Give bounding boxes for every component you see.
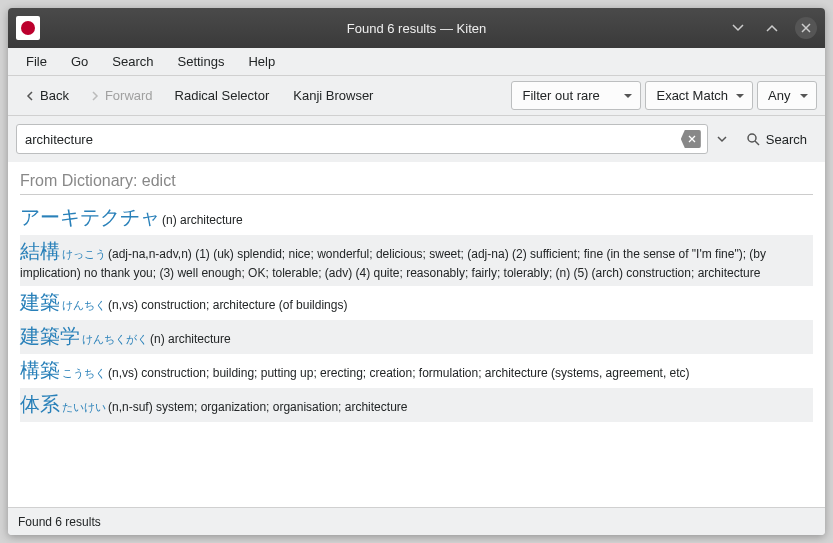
clear-search-button[interactable] (681, 130, 701, 148)
app-icon (16, 16, 40, 40)
statusbar: Found 6 results (8, 507, 825, 535)
menu-file[interactable]: File (14, 50, 59, 73)
entry-definition: (n,vs) construction; building; putting u… (108, 366, 690, 380)
entry-word[interactable]: 体系 (20, 393, 60, 415)
search-input[interactable] (25, 132, 681, 147)
search-icon (746, 132, 760, 146)
entry-definition: (n,n-suf) system; organization; organisa… (108, 400, 407, 414)
result-entry: 建築けんちく(n,vs) construction; architecture … (20, 286, 813, 320)
entry-reading[interactable]: こうちく (62, 367, 106, 379)
results-pane: From Dictionary: edict アーキテクチャ(n) archit… (8, 162, 825, 507)
entry-word[interactable]: 結構 (20, 240, 60, 262)
type-dropdown[interactable]: Any (757, 81, 817, 110)
entry-reading[interactable]: けっこう (62, 248, 106, 260)
searchbar: Search (8, 116, 825, 162)
clear-icon (688, 135, 696, 143)
entry-definition: (adj-na,n-adv,n) (1) (uk) splendid; nice… (20, 247, 766, 280)
chevron-right-icon (89, 90, 101, 102)
filter-dropdown[interactable]: Filter out rare (511, 81, 641, 110)
result-entry: アーキテクチャ(n) architecture (20, 201, 813, 235)
result-entry: 建築学けんちくがく(n) architecture (20, 320, 813, 354)
entry-reading[interactable]: けんちくがく (82, 333, 148, 345)
menu-go[interactable]: Go (59, 50, 100, 73)
menu-search[interactable]: Search (100, 50, 165, 73)
search-history-dropdown[interactable] (714, 134, 730, 144)
back-label: Back (40, 88, 69, 103)
forward-label: Forward (105, 88, 153, 103)
toolbar: Back Forward Radical Selector Kanji Brow… (8, 76, 825, 116)
result-entry: 結構けっこう(adj-na,n-adv,n) (1) (uk) splendid… (20, 235, 813, 286)
entry-definition: (n) architecture (150, 332, 231, 346)
chevron-left-icon (24, 90, 36, 102)
kanji-browser-button[interactable]: Kanji Browser (283, 84, 383, 107)
forward-button: Forward (81, 84, 161, 107)
entry-reading[interactable]: たいけい (62, 401, 106, 413)
radical-selector-button[interactable]: Radical Selector (165, 84, 280, 107)
back-button[interactable]: Back (16, 84, 77, 107)
entry-definition: (n) architecture (162, 213, 243, 227)
close-button[interactable] (795, 17, 817, 39)
entry-definition: (n,vs) construction; architecture (of bu… (108, 298, 347, 312)
search-button[interactable]: Search (736, 126, 817, 153)
result-entry: 体系たいけい(n,n-suf) system; organization; or… (20, 388, 813, 422)
entry-word[interactable]: 建築 (20, 291, 60, 313)
match-dropdown[interactable]: Exact Match (645, 81, 753, 110)
search-button-label: Search (766, 132, 807, 147)
chevron-down-icon (717, 134, 727, 144)
menubar: File Go Search Settings Help (8, 48, 825, 76)
menu-help[interactable]: Help (236, 50, 287, 73)
entry-word[interactable]: アーキテクチャ (20, 206, 160, 228)
status-text: Found 6 results (18, 515, 101, 529)
window-title: Found 6 results — Kiten (347, 21, 486, 36)
svg-point-0 (748, 134, 756, 142)
source-header: From Dictionary: edict (20, 168, 813, 195)
minimize-button[interactable] (727, 17, 749, 39)
maximize-button[interactable] (761, 17, 783, 39)
menu-settings[interactable]: Settings (166, 50, 237, 73)
entry-reading[interactable]: けんちく (62, 299, 106, 311)
search-input-wrap (16, 124, 708, 154)
app-window: Found 6 results — Kiten File Go Search S… (8, 8, 825, 535)
entry-word[interactable]: 構築 (20, 359, 60, 381)
result-entry: 構築こうちく(n,vs) construction; building; put… (20, 354, 813, 388)
entry-word[interactable]: 建築学 (20, 325, 80, 347)
titlebar: Found 6 results — Kiten (8, 8, 825, 48)
